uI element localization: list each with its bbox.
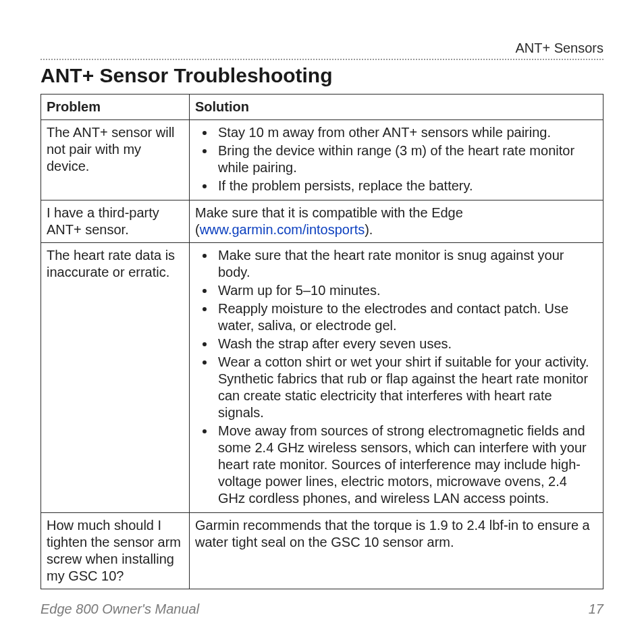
problem-cell: How much should I tighten the sensor arm… [41, 513, 190, 589]
table-row: The heart rate data is inaccurate or err… [41, 243, 603, 513]
solution-bullet: If the problem persists, replace the bat… [215, 178, 597, 194]
solution-cell: Make sure that the heart rate monitor is… [190, 243, 603, 513]
problem-cell: I have a third-party ANT+ sensor. [41, 200, 190, 243]
solution-bullet: Warm up for 5–10 minutes. [215, 282, 597, 299]
table-row: I have a third-party ANT+ sensor. Make s… [41, 200, 603, 243]
solution-bullet: Wear a cotton shirt or wet your shirt if… [215, 354, 597, 421]
header-rule [41, 59, 603, 60]
col-header-problem: Problem [41, 95, 190, 120]
solution-text-after: ). [365, 222, 373, 237]
problem-cell: The heart rate data is inaccurate or err… [41, 243, 190, 513]
table-row: The ANT+ sensor will not pair with my de… [41, 120, 603, 200]
solution-bullet: Reapply moisture to the electrodes and c… [215, 300, 597, 334]
troubleshoot-table: Problem Solution The ANT+ sensor will no… [41, 94, 603, 589]
solution-list: Make sure that the heart rate monitor is… [195, 247, 597, 507]
solution-cell: Garmin recommends that the torque is 1.9… [190, 513, 603, 589]
problem-cell: The ANT+ sensor will not pair with my de… [41, 120, 190, 200]
solution-bullet: Wash the strap after every seven uses. [215, 336, 597, 352]
page: ANT+ Sensors ANT+ Sensor Troubleshooting… [0, 0, 644, 644]
solution-bullet: Stay 10 m away from other ANT+ sensors w… [215, 124, 597, 141]
col-header-solution: Solution [190, 95, 603, 120]
solution-bullet: Make sure that the heart rate monitor is… [215, 247, 597, 281]
page-footer: Edge 800 Owner's Manual 17 [41, 601, 603, 617]
solution-bullet: Bring the device within range (3 m) of t… [215, 142, 597, 176]
solution-cell: Make sure that it is compatible with the… [190, 200, 603, 243]
table-row: How much should I tighten the sensor arm… [41, 513, 603, 589]
solution-list: Stay 10 m away from other ANT+ sensors w… [195, 124, 597, 194]
solution-link[interactable]: www.garmin.com/intosports [200, 222, 365, 237]
section-title: ANT+ Sensor Troubleshooting [41, 64, 603, 87]
manual-title: Edge 800 Owner's Manual [41, 601, 199, 617]
page-number: 17 [589, 601, 603, 617]
running-head: ANT+ Sensors [41, 41, 603, 59]
solution-bullet: Move away from sources of strong electro… [215, 423, 597, 507]
solution-cell: Stay 10 m away from other ANT+ sensors w… [190, 120, 603, 200]
table-header-row: Problem Solution [41, 95, 603, 120]
